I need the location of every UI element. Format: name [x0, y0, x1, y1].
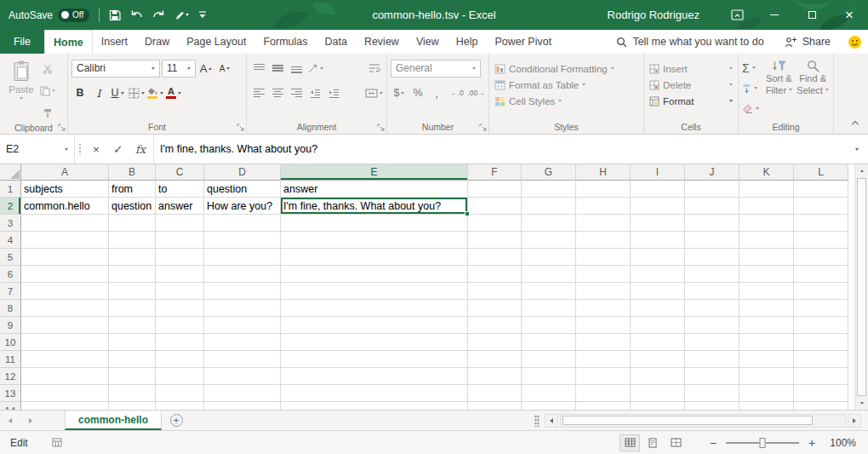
cell-H11[interactable]: [576, 351, 631, 368]
increase-indent-button[interactable]: [325, 84, 342, 102]
column-header-B[interactable]: B: [109, 164, 156, 181]
cell-I6[interactable]: [631, 266, 685, 283]
cell-G6[interactable]: [522, 266, 576, 283]
cancel-button[interactable]: ×: [85, 143, 107, 156]
cell-G7[interactable]: [522, 283, 576, 300]
cell-H9[interactable]: [576, 317, 631, 334]
cell-E3[interactable]: [281, 215, 468, 232]
row-header-3[interactable]: 3: [0, 215, 21, 232]
clipboard-dialog-launcher[interactable]: [58, 124, 66, 131]
cell-J9[interactable]: [685, 317, 740, 334]
cell-C14[interactable]: [156, 402, 204, 410]
cell-E14[interactable]: [281, 402, 468, 410]
cell-J1[interactable]: [685, 181, 740, 198]
cell-K13[interactable]: [740, 385, 794, 402]
cell-G14[interactable]: [522, 402, 576, 410]
cell-J14[interactable]: [685, 402, 740, 410]
cell-H13[interactable]: [576, 385, 631, 402]
horizontal-scrollbar[interactable]: [545, 413, 861, 428]
tell-me-box[interactable]: Tell me what you want to do: [606, 30, 774, 54]
cell-C4[interactable]: [156, 232, 204, 249]
cell-G2[interactable]: [522, 198, 576, 215]
decrease-decimal-button[interactable]: .00→: [467, 84, 485, 102]
cell-D14[interactable]: [204, 402, 281, 410]
row-header-11[interactable]: 11: [0, 351, 21, 368]
font-name-select[interactable]: Calibri: [71, 60, 160, 78]
cell-C3[interactable]: [156, 215, 204, 232]
cell-K7[interactable]: [740, 283, 794, 300]
formula-input[interactable]: [154, 135, 846, 164]
cell-G3[interactable]: [522, 215, 576, 232]
tab-file[interactable]: File: [0, 30, 44, 54]
cell-I5[interactable]: [631, 249, 685, 266]
cell-C2[interactable]: answer: [156, 198, 204, 215]
cell-H3[interactable]: [576, 215, 631, 232]
cell-L4[interactable]: [794, 232, 848, 249]
cell-D9[interactable]: [204, 317, 281, 334]
select-all-corner[interactable]: [0, 164, 21, 181]
cell-E1[interactable]: answer: [281, 181, 468, 198]
cell-L6[interactable]: [794, 266, 848, 283]
italic-button[interactable]: I: [90, 84, 107, 102]
share-button[interactable]: Share: [774, 30, 841, 54]
tab-home[interactable]: Home: [44, 30, 93, 54]
tab-insert[interactable]: Insert: [93, 30, 136, 54]
cell-J7[interactable]: [685, 283, 740, 300]
cell-I1[interactable]: [631, 181, 685, 198]
scroll-up-icon[interactable]: [855, 164, 868, 177]
percent-style-button[interactable]: %: [409, 84, 426, 102]
cell-D11[interactable]: [204, 351, 281, 368]
cell-K9[interactable]: [740, 317, 794, 334]
cell-E8[interactable]: [281, 300, 468, 317]
cell-D12[interactable]: [204, 368, 281, 385]
cell-L8[interactable]: [794, 300, 848, 317]
cell-L9[interactable]: [794, 317, 848, 334]
cell-G11[interactable]: [522, 351, 576, 368]
cell-F11[interactable]: [468, 351, 522, 368]
row-header-10[interactable]: 10: [0, 334, 21, 351]
cell-F8[interactable]: [468, 300, 522, 317]
formula-bar-drag-handle[interactable]: [78, 143, 82, 155]
column-header-H[interactable]: H: [576, 164, 631, 181]
find-select-button[interactable]: Find & Select: [796, 56, 830, 95]
tab-review[interactable]: Review: [356, 30, 408, 54]
cell-L10[interactable]: [794, 334, 848, 351]
cell-B3[interactable]: [109, 215, 156, 232]
cell-J2[interactable]: [685, 198, 740, 215]
cell-C9[interactable]: [156, 317, 204, 334]
undo-button[interactable]: [130, 9, 143, 20]
cell-A8[interactable]: [21, 300, 109, 317]
cell-C8[interactable]: [156, 300, 204, 317]
cell-F12[interactable]: [468, 368, 522, 385]
vertical-scrollbar[interactable]: [854, 164, 868, 410]
cell-A9[interactable]: [21, 317, 109, 334]
tab-data[interactable]: Data: [316, 30, 355, 54]
cell-F9[interactable]: [468, 317, 522, 334]
font-size-select[interactable]: 11: [162, 60, 196, 78]
insert-cells-button[interactable]: Insert: [648, 60, 734, 77]
delete-cells-button[interactable]: Delete: [648, 77, 734, 93]
insert-function-button[interactable]: fx: [129, 143, 151, 156]
column-header-D[interactable]: D: [204, 164, 281, 181]
fill-color-button[interactable]: [146, 84, 163, 102]
cell-H1[interactable]: [576, 181, 631, 198]
column-header-J[interactable]: J: [685, 164, 740, 181]
cell-F14[interactable]: [468, 402, 522, 410]
bold-button[interactable]: B: [71, 84, 89, 102]
cell-I12[interactable]: [631, 368, 685, 385]
column-header-G[interactable]: G: [522, 164, 576, 181]
cell-L12[interactable]: [794, 368, 848, 385]
cell-F3[interactable]: [468, 215, 522, 232]
cell-F2[interactable]: [468, 198, 522, 215]
cell-B14[interactable]: [109, 402, 156, 410]
minimize-button[interactable]: [756, 0, 793, 30]
cell-J11[interactable]: [685, 351, 740, 368]
zoom-in-button[interactable]: +: [807, 436, 817, 450]
cell-C6[interactable]: [156, 266, 204, 283]
cell-K2[interactable]: [740, 198, 794, 215]
cell-B2[interactable]: question: [109, 198, 156, 215]
vertical-scrollbar-thumb[interactable]: [857, 178, 866, 396]
cell-J6[interactable]: [685, 266, 740, 283]
cut-button[interactable]: [39, 60, 56, 78]
cell-H7[interactable]: [576, 283, 631, 300]
